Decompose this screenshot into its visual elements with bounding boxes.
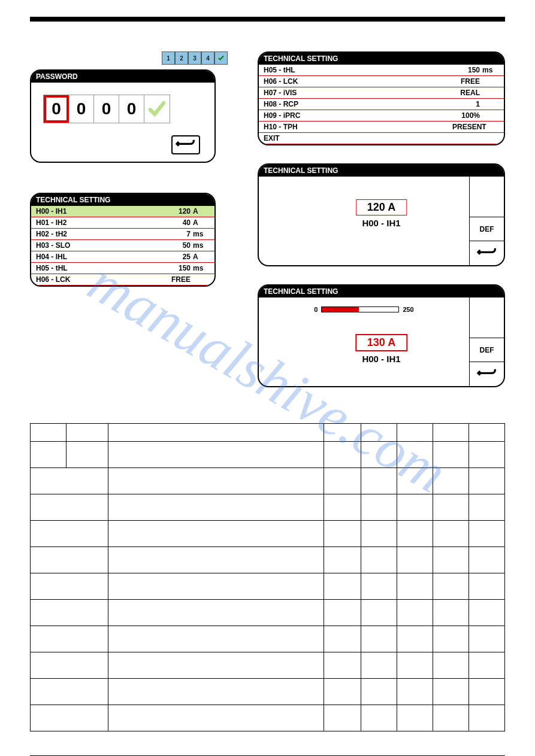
pw-confirm[interactable] (144, 95, 170, 123)
list-row[interactable]: H02 - tH27ms (31, 229, 214, 240)
row-value: FREE (163, 275, 193, 284)
row-unit: ms (193, 230, 210, 238)
table-cell (469, 679, 505, 705)
pw-digit-3[interactable]: 0 (119, 95, 144, 123)
table-cell (361, 494, 397, 521)
row-label: H10 - TPH (264, 123, 452, 131)
table-cell (433, 521, 469, 547)
pw-digit-1[interactable]: 0 (69, 95, 94, 123)
tech-list-left-title: TECHNICAL SETTING (31, 194, 214, 206)
tech-list-right-panel: TECHNICAL SETTING H05 - tHL150msH06 - LC… (258, 51, 505, 145)
table-cell (361, 652, 397, 679)
table-cell (361, 600, 397, 626)
table-cell (469, 424, 505, 442)
list-row[interactable]: H10 - TPHPRESENT (259, 122, 504, 133)
list-row[interactable]: H05 - tHL150ms (31, 263, 214, 274)
table-cell (361, 442, 397, 468)
table-cell (361, 521, 397, 547)
back-arrow-icon (176, 139, 196, 151)
password-panel: PASSWORD 0 0 0 0 (30, 69, 216, 163)
table-cell (361, 705, 397, 731)
table-cell (324, 573, 361, 600)
top-rule (30, 17, 505, 22)
table-cell (31, 652, 108, 679)
table-cell (469, 600, 505, 626)
table-cell (433, 626, 469, 652)
list-row[interactable]: H09 - iPRC100% (259, 110, 504, 122)
row-unit: ms (193, 264, 210, 272)
row-label: H04 - IHL (36, 253, 163, 261)
table-cell (433, 573, 469, 600)
list-row[interactable]: H06 - LCKFREE (259, 76, 504, 87)
value-panel-1: TECHNICAL SETTING 120 A H00 - IH1 DEF (258, 163, 505, 266)
list-row[interactable]: EXIT (259, 133, 504, 144)
back-button[interactable] (171, 135, 200, 154)
row-label: H01 - IH2 (36, 218, 163, 227)
table-cell (469, 494, 505, 521)
table-cell (397, 600, 433, 626)
table-cell (397, 626, 433, 652)
table-cell (324, 600, 361, 626)
back-button-1[interactable] (470, 241, 504, 265)
check-icon (217, 54, 225, 62)
table-cell (108, 652, 324, 679)
slider-max: 250 (403, 306, 413, 313)
table-cell (361, 679, 397, 705)
list-row[interactable]: H03 - SLO50ms (31, 240, 214, 251)
table-cell (324, 652, 361, 679)
row-unit: ms (193, 241, 210, 250)
list-row[interactable]: H08 - RCP1 (259, 99, 504, 110)
table-cell (361, 547, 397, 573)
tech-list-left-panel: TECHNICAL SETTING H00 - IH1120AH01 - IH2… (30, 193, 216, 287)
table-cell (469, 468, 505, 494)
table-cell (324, 494, 361, 521)
tech-list-right-title: TECHNICAL SETTING (259, 53, 504, 65)
row-label: H05 - tHL (264, 66, 452, 74)
seg-3[interactable]: 3 (188, 51, 201, 65)
seg-4[interactable]: 4 (201, 51, 214, 65)
row-unit: A (193, 253, 210, 261)
table-cell (31, 705, 108, 731)
seg-2[interactable]: 2 (175, 51, 188, 65)
list-row[interactable]: H07 - iVISREAL (259, 87, 504, 99)
table-cell (433, 705, 469, 731)
def-cell-blank (470, 177, 504, 217)
row-label: H07 - iVIS (264, 89, 452, 97)
row-label: H03 - SLO (36, 241, 163, 250)
row-label: H05 - tHL (36, 264, 163, 272)
list-row[interactable]: H06 - LCKFREE (31, 274, 214, 286)
row-value: REAL (452, 89, 482, 97)
table-cell (361, 573, 397, 600)
table-cell (108, 573, 324, 600)
list-row[interactable]: H04 - IHL25A (31, 251, 214, 263)
table-cell (324, 547, 361, 573)
row-value: 40 (163, 218, 193, 227)
pw-digit-2[interactable]: 0 (94, 95, 119, 123)
seg-check[interactable] (214, 51, 228, 65)
table-cell (108, 600, 324, 626)
list-row[interactable]: H00 - IH1120A (31, 206, 214, 217)
seg-1[interactable]: 1 (162, 51, 175, 65)
back-button-2[interactable] (470, 362, 504, 386)
table-cell (67, 424, 108, 442)
slider-fill (322, 307, 358, 312)
list-row[interactable]: H05 - tHL150ms (259, 65, 504, 76)
table-cell (469, 521, 505, 547)
row-value: 50 (163, 241, 193, 250)
list-row[interactable]: H01 - IH240A (31, 217, 214, 229)
row-value: 150 (163, 264, 193, 272)
table-cell (469, 442, 505, 468)
table-cell (108, 705, 324, 731)
row-value: 120 (163, 207, 193, 215)
table-cell (361, 424, 397, 442)
pw-digit-0[interactable]: 0 (44, 95, 69, 123)
slider-track[interactable] (321, 306, 399, 312)
table-cell (31, 494, 108, 521)
def-button-2[interactable]: DEF (470, 338, 504, 362)
table-cell (469, 547, 505, 573)
table-cell (397, 442, 433, 468)
def-button-1[interactable]: DEF (470, 217, 504, 241)
parameter-table (30, 423, 505, 731)
table-cell (31, 626, 108, 652)
value-panel-1-title: TECHNICAL SETTING (259, 165, 504, 177)
